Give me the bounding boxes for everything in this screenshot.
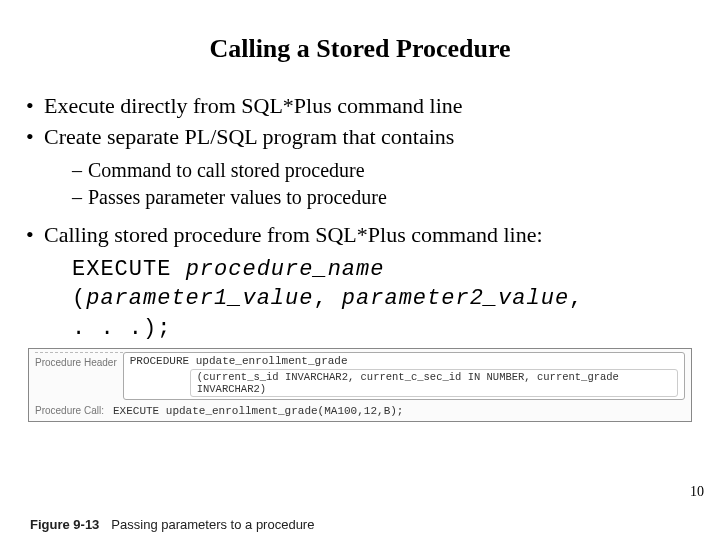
figure-call-label: Procedure Call: <box>35 405 104 416</box>
figure-proc-box: PROCEDURE update_enrollment_grade (curre… <box>123 352 685 400</box>
figure-call-stmt: EXECUTE update_enrollment_grade(MA100,12… <box>113 405 403 417</box>
code-punct: , <box>313 286 341 311</box>
page-number: 10 <box>690 484 704 500</box>
figure-proc-sig: (current_s_id INVARCHAR2, current_c_sec_… <box>190 369 678 397</box>
figure-caption-text: Passing parameters to a procedure <box>111 517 314 532</box>
code-ident: procedure_name <box>186 257 385 282</box>
code-ident: parameter1_value <box>86 286 313 311</box>
code-punct: , <box>569 286 583 311</box>
slide-title: Calling a Stored Procedure <box>26 34 694 64</box>
figure-header-label: Procedure Header <box>35 352 123 400</box>
bullet-item: Execute directly from SQL*Plus command l… <box>26 92 694 121</box>
bullet-item: Calling stored procedure from SQL*Plus c… <box>26 221 694 342</box>
figure-box: Procedure Header PROCEDURE update_enroll… <box>28 348 692 422</box>
bullet-list: Execute directly from SQL*Plus command l… <box>26 92 694 342</box>
figure-proc-decl: PROCEDURE update_enrollment_grade <box>130 355 678 367</box>
figure-caption: Figure 9-13Passing parameters to a proce… <box>30 517 314 532</box>
sub-bullet-list: Command to call stored procedure Passes … <box>44 157 694 211</box>
code-ident: parameter2_value <box>342 286 569 311</box>
code-punct: . . .); <box>72 316 171 341</box>
bullet-item: Create separate PL/SQL program that cont… <box>26 123 694 212</box>
figure-caption-num: Figure 9-13 <box>30 517 99 532</box>
slide: Calling a Stored Procedure Execute direc… <box>0 0 720 540</box>
sub-bullet-item: Command to call stored procedure <box>72 157 694 184</box>
bullet-text: Create separate PL/SQL program that cont… <box>44 124 454 149</box>
code-punct: ( <box>72 286 86 311</box>
bullet-text: Calling stored procedure from SQL*Plus c… <box>44 222 543 247</box>
code-keyword: EXECUTE <box>72 257 186 282</box>
sub-bullet-item: Passes parameter values to procedure <box>72 184 694 211</box>
code-example: EXECUTE procedure_name (parameter1_value… <box>72 254 694 343</box>
